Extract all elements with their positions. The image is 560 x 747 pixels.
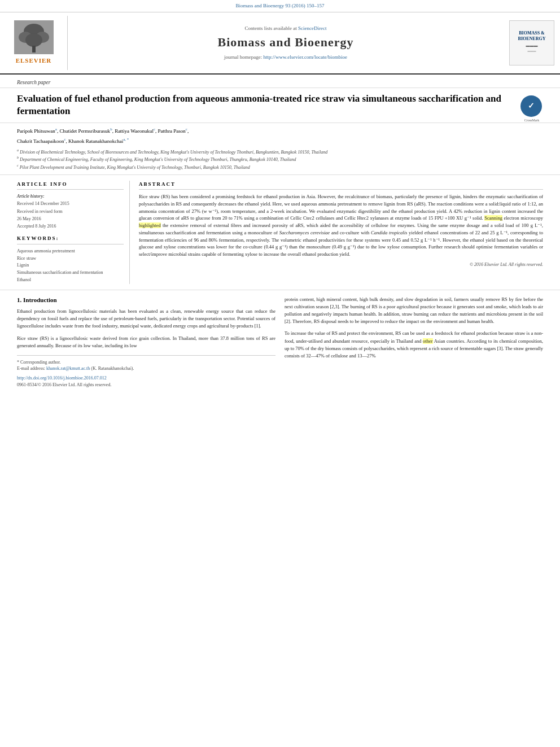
article-type-text: Research paper — [17, 80, 51, 85]
copyright-line: © 2016 Elsevier Ltd. All rights reserved… — [139, 261, 543, 268]
abstract-heading: ABSTRACT — [139, 181, 543, 190]
elsevier-tree-image — [14, 20, 54, 54]
logo-decoration: ▬▬▬ — [526, 43, 538, 49]
crossmark-icon: ✓ — [528, 101, 535, 112]
journal-header-middle: Contents lists available at ScienceDirec… — [68, 16, 504, 70]
contents-available-text: Contents lists available at — [245, 25, 297, 31]
body-col2-para2: To increase the value of RS and protect … — [285, 330, 543, 360]
scanning-highlight: Scanning — [484, 215, 502, 221]
abstract-text: Rice straw (RS) has been considered a pr… — [139, 193, 543, 258]
affiliation-b: b Department of Chemical Engineering, Fa… — [17, 155, 543, 163]
journal-logo-right: BIOMASS & BIOENERGY ▬▬▬ ═══ — [504, 16, 560, 70]
paper-title-container: Evaluation of fuel ethanol production fr… — [17, 93, 515, 117]
journal-homepage: journal homepage: http://www.elsevier.co… — [224, 54, 347, 61]
sciencedirect-link[interactable]: ScienceDirect — [298, 25, 326, 31]
issn-line: 0961-8534/© 2016 Elsevier Ltd. All right… — [17, 382, 275, 388]
keywords-section: Keywords: Aqueous ammonia pretreatment R… — [17, 235, 124, 284]
biomass-bioenergy-logo: BIOMASS & BIOENERGY ▬▬▬ ═══ — [509, 20, 554, 65]
logo-lines: ═══ — [528, 49, 536, 55]
elsevier-wordmark: ELSEVIER — [16, 56, 52, 65]
keyword-rice-straw: Rice straw — [17, 255, 124, 263]
received-date: Received 14 December 2015 — [17, 200, 124, 207]
crossmark-label: CrossMark — [520, 118, 543, 123]
doi-line: http://dx.doi.org/10.1016/j.biombioe.201… — [17, 375, 275, 381]
authors-line-2: Chakrit Tachaapaikoonc, Khanok Ratanakha… — [17, 137, 543, 145]
article-info-column: ARTICLE INFO Article history: Received 1… — [17, 181, 130, 284]
elsevier-logo-block: ELSEVIER — [0, 16, 68, 70]
author-waeonukul: Rattiya Waeonukul — [115, 128, 154, 134]
authors-line: Paripok Phitsuwana, Chutidet Permsribura… — [17, 126, 543, 135]
sciencedirect-line: Contents lists available at ScienceDirec… — [245, 25, 327, 32]
keyword-ethanol: Ethanol — [17, 277, 124, 284]
received-revised-date: Received in revised form — [17, 208, 124, 215]
crossmark-circle: ✓ — [520, 95, 542, 117]
article-history: Article history: Received 14 December 20… — [17, 193, 124, 229]
svg-rect-5 — [32, 46, 36, 53]
journal-ref-text: Biomass and Bioenergy 93 (2016) 150–157 — [235, 3, 324, 8]
author-ratanakhanokchai: Khanok Ratanakhanokchai — [68, 138, 123, 144]
author-pason: Patthra Pason — [158, 128, 186, 134]
body-col2-para1: protein content, high mineral content, h… — [285, 296, 543, 326]
section1-number: 1. — [17, 296, 21, 303]
crossmark-badge[interactable]: ✓ CrossMark — [520, 95, 543, 118]
keyword-aqueous: Aqueous ammonia pretreatment — [17, 248, 124, 255]
journal-header: ELSEVIER Contents lists available at Sci… — [0, 12, 560, 75]
affiliation-c: c Pilot Plant Development and Training I… — [17, 163, 543, 171]
affiliations: a Division of Biochemical Technology, Sc… — [17, 148, 543, 171]
journal-reference-bar: Biomass and Bioenergy 93 (2016) 150–157 — [0, 0, 560, 12]
paper-title: Evaluation of fuel ethanol production fr… — [17, 93, 515, 117]
author-phitsuwan: Paripok Phitsuwan — [17, 128, 55, 134]
section1-heading: 1. Introduction — [17, 296, 275, 304]
keywords-list: Aqueous ammonia pretreatment Rice straw … — [17, 248, 124, 284]
body-two-column: 1. Introduction Ethanol production from … — [17, 296, 543, 388]
highlighted-highlight: highlighted — [139, 222, 161, 228]
homepage-label: journal homepage: — [224, 54, 262, 60]
article-info-heading: ARTICLE INFO — [17, 181, 124, 190]
article-type-label: Research paper — [0, 75, 560, 88]
body-col1-para2: Rice straw (RS) is a lignocellulosic was… — [17, 335, 275, 350]
email-suffix: (K. Ratanakhanokchai). — [91, 366, 134, 371]
paper-title-section: Evaluation of fuel ethanol production fr… — [0, 88, 560, 123]
author-tachaapaikoon: Chakrit Tachaapaikoon — [17, 138, 64, 144]
author-permsriburasuk: Chutidet Permsriburasuk — [59, 128, 110, 134]
keywords-heading: Keywords: — [17, 235, 124, 244]
email-link[interactable]: khanok.rat@kmutt.ac.th — [46, 366, 90, 371]
body-right-column: protein content, high mineral content, h… — [285, 296, 543, 388]
keyword-lignin: Lignin — [17, 262, 124, 269]
keyword-ssf: Simultaneous saccharification and fermen… — [17, 269, 124, 277]
article-info-abstract-section: ARTICLE INFO Article history: Received 1… — [0, 175, 560, 290]
affiliation-a: a Division of Biochemical Technology, Sc… — [17, 148, 543, 156]
revised-date-value: 26 May 2016 — [17, 216, 124, 222]
other-highlight: other — [423, 338, 432, 344]
corresponding-label: * Corresponding author. — [17, 360, 61, 365]
logo-title-text: BIOMASS & BIOENERGY — [510, 30, 554, 41]
history-heading: Article history: — [17, 193, 124, 199]
footnote-section: * Corresponding author. E-mail address: … — [17, 355, 275, 388]
abstract-column: ABSTRACT Rice straw (RS) has been consid… — [139, 181, 543, 284]
body-left-column: 1. Introduction Ethanol production from … — [17, 296, 275, 388]
homepage-url[interactable]: http://www.elsevier.com/locate/biombioe — [264, 54, 347, 60]
corresponding-author-note: * Corresponding author. — [17, 359, 275, 365]
body-section: 1. Introduction Ethanol production from … — [0, 290, 560, 394]
doi-link[interactable]: http://dx.doi.org/10.1016/j.biombioe.201… — [17, 375, 107, 381]
section1-title: Introduction — [23, 296, 57, 303]
journal-title: Biomass and Bioenergy — [217, 34, 353, 51]
authors-section: Paripok Phitsuwana, Chutidet Permsribura… — [0, 123, 560, 175]
accepted-date: Accepted 8 July 2016 — [17, 223, 124, 229]
body-col1-para1: Ethanol production from lignocellulosic … — [17, 308, 275, 330]
email-note: E-mail address: khanok.rat@kmutt.ac.th (… — [17, 365, 275, 372]
svg-point-4 — [25, 33, 42, 47]
email-label: E-mail address: — [17, 366, 45, 371]
